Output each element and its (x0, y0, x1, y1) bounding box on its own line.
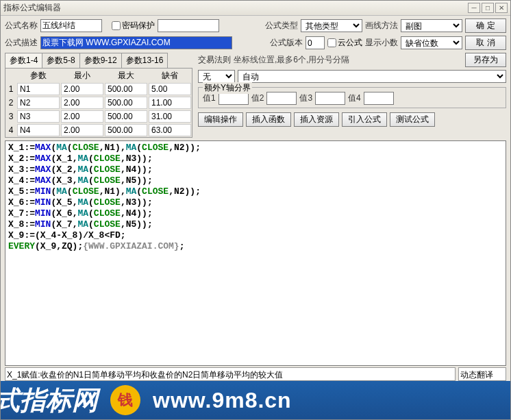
draw-label: 画线方法 (365, 20, 398, 32)
edit-ops-button[interactable]: 编辑操作 (198, 112, 243, 127)
tab-params-13-16[interactable]: 参数13-16 (121, 53, 169, 68)
name-label: 公式名称 (5, 20, 38, 32)
col-max: 最大 (105, 69, 147, 82)
status-text: X_1赋值:收盘价的N1日简单移动平均和收盘价的N2日简单移动平均的较大值 (5, 367, 456, 381)
table-row: 1 N1 2.00 500.00 5.00 (5, 82, 192, 96)
extra-y-fieldset: 额外Y轴分界 值1 值2 值3 值4 (198, 87, 506, 108)
action-buttons: 编辑操作 插入函数 插入资源 引入公式 测试公式 (198, 112, 506, 127)
formula-editor-window: 指标公式编辑器 ─ □ ✕ 公式名称 密码保护 公式类型 其他类型 画线方法 副… (0, 0, 511, 420)
top-form: 公式名称 密码保护 公式类型 其他类型 画线方法 副图 确 定 公式描述 股票下… (1, 16, 510, 53)
banner-left-text: 式指标网 (1, 383, 98, 418)
mid-section: 参数1-4 参数5-8 参数9-12 参数13-16 参数 最小 最大 缺省 1… (1, 53, 510, 138)
banner-logo-icon: 钱 (110, 385, 140, 415)
banner-url: www.9m8.cn (153, 388, 292, 413)
col-min: 最小 (61, 69, 103, 82)
desc-label: 公式描述 (5, 37, 38, 49)
password-checkbox[interactable]: 密码保护 (112, 20, 155, 32)
params-panel: 参数1-4 参数5-8 参数9-12 参数13-16 参数 最小 最大 缺省 1… (5, 53, 192, 138)
value3-input[interactable] (315, 92, 345, 105)
import-formula-button[interactable]: 引入公式 (342, 112, 387, 127)
col-default: 缺省 (149, 69, 191, 82)
insert-res-button[interactable]: 插入资源 (294, 112, 339, 127)
cancel-button[interactable]: 取 消 (465, 36, 506, 50)
param-tabs: 参数1-4 参数5-8 参数9-12 参数13-16 (5, 53, 192, 68)
tab-params-9-12[interactable]: 参数9-12 (79, 53, 122, 68)
table-row: 4 N4 2.00 500.00 63.00 (5, 123, 192, 137)
test-formula-button[interactable]: 测试公式 (390, 112, 435, 127)
rule-label: 交易法则 (198, 54, 231, 66)
rule-select-2[interactable]: 自动 (238, 70, 506, 83)
code-editor[interactable]: X_1:=MAX(MA(CLOSE,N1),MA(CLOSE,N2)); X_2… (5, 140, 506, 366)
decimals-label: 显示小数 (365, 37, 398, 49)
password-input[interactable] (158, 19, 219, 32)
desc-input[interactable]: 股票下载网 WWW.GPXIAZAI.COM (40, 36, 232, 49)
status-translate: 动态翻译 (458, 367, 506, 381)
close-icon[interactable]: ✕ (495, 3, 508, 13)
cloud-checkbox[interactable]: 云公式 (327, 37, 362, 49)
coord-hint: 坐标线位置,最多6个,用分号分隔 (234, 54, 349, 66)
ok-button[interactable]: 确 定 (465, 18, 506, 33)
tab-params-1-4[interactable]: 参数1-4 (5, 53, 42, 68)
decimals-select[interactable]: 缺省位数 (401, 36, 462, 49)
maximize-icon[interactable]: □ (482, 3, 494, 13)
value2-input[interactable] (266, 92, 297, 105)
param-name[interactable]: N1 (17, 83, 60, 95)
titlebar: 指标公式编辑器 ─ □ ✕ (1, 1, 510, 16)
insert-func-button[interactable]: 插入函数 (246, 112, 291, 127)
window-title: 指标公式编辑器 (3, 2, 466, 14)
version-label: 公式版本 (270, 37, 303, 49)
type-select[interactable]: 其他类型 (301, 19, 362, 32)
version-input[interactable] (306, 36, 325, 49)
watermark-banner: 式指标网 钱 www.9m8.cn (1, 381, 510, 419)
draw-select[interactable]: 副图 (401, 19, 462, 32)
status-row: X_1赋值:收盘价的N1日简单移动平均和收盘价的N2日简单移动平均的较大值 动态… (5, 367, 506, 381)
col-param: 参数 (17, 69, 60, 82)
right-panel: 交易法则 坐标线位置,最多6个,用分号分隔 另存为 无 自动 额外Y轴分界 值1… (198, 53, 506, 127)
params-table: 参数 最小 最大 缺省 1 N1 2.00 500.00 5.00 2 N2 2… (5, 68, 192, 138)
tab-params-5-8[interactable]: 参数5-8 (42, 53, 79, 68)
table-row: 2 N2 2.00 500.00 11.00 (5, 96, 192, 110)
rule-select-1[interactable]: 无 (198, 70, 235, 83)
table-row: 3 N3 2.00 500.00 31.00 (5, 110, 192, 123)
name-input[interactable] (40, 19, 102, 32)
minimize-icon[interactable]: ─ (468, 3, 480, 13)
value4-input[interactable] (364, 92, 394, 105)
saveas-button[interactable]: 另存为 (465, 53, 506, 67)
type-label: 公式类型 (265, 20, 298, 32)
extra-y-legend: 额外Y轴分界 (203, 82, 252, 94)
